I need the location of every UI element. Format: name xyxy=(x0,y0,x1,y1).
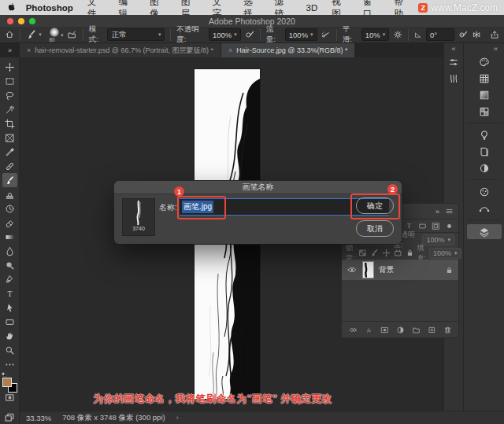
lock-all-icon[interactable] xyxy=(406,249,414,257)
airbrush-icon[interactable] xyxy=(321,29,331,40)
brush-preset-picker[interactable]: 80 ▾ xyxy=(46,27,64,42)
reset-colors-icon[interactable] xyxy=(2,372,7,378)
clone-stamp-tool[interactable] xyxy=(2,187,17,201)
toolbar-collapse-chevrons[interactable]: » xyxy=(0,43,20,57)
cancel-button[interactable]: 取消 xyxy=(356,220,394,237)
foreground-color-swatch[interactable] xyxy=(2,378,12,387)
brush-tool[interactable] xyxy=(2,173,17,187)
frame-tool[interactable] xyxy=(2,131,17,145)
healing-brush-tool[interactable] xyxy=(2,159,17,173)
filter-shape-icon[interactable] xyxy=(418,222,427,230)
brush-settings-panel-button[interactable] xyxy=(446,71,461,86)
screen-mode-button[interactable] xyxy=(2,411,17,424)
layer-opacity-select[interactable]: 100% ▾ xyxy=(422,234,454,245)
flow-value: 100% xyxy=(289,31,308,39)
color-panel-button[interactable] xyxy=(467,54,502,69)
smoothing-select[interactable]: 10% ▾ xyxy=(361,28,390,41)
path-selection-tool[interactable] xyxy=(2,300,17,315)
new-adjustment-button[interactable] xyxy=(396,326,405,334)
layer-visibility-eye-icon[interactable] xyxy=(346,265,358,275)
brush-name-value: 画笔.jpg xyxy=(182,201,213,213)
ok-button[interactable]: 确定 xyxy=(356,197,394,214)
layer-thumbnail[interactable] xyxy=(362,261,374,278)
layer-filter-toggle[interactable] xyxy=(445,222,454,230)
brush-settings-panel-icon[interactable] xyxy=(67,29,76,40)
delete-layer-button[interactable] xyxy=(443,326,452,334)
marquee-tool[interactable] xyxy=(2,74,17,88)
learn-panel-button[interactable] xyxy=(467,127,502,142)
home-icon[interactable] xyxy=(5,29,14,40)
tool-preset-button[interactable]: ▾ xyxy=(26,29,42,40)
dock-collapse-chevrons[interactable]: « xyxy=(464,43,504,54)
tab-hair-removal-starter[interactable]: × hair-removal-starter.psd @ 66.7% (Port… xyxy=(20,43,221,57)
eyedropper-tool[interactable] xyxy=(2,145,17,159)
lock-transparent-icon[interactable] xyxy=(358,249,367,257)
history-brush-tool[interactable] xyxy=(2,201,17,216)
shape-tool[interactable] xyxy=(2,315,17,329)
symmetry-icon[interactable] xyxy=(472,29,481,40)
lasso-tool[interactable] xyxy=(2,88,17,102)
pressure-size-icon[interactable] xyxy=(458,29,468,40)
chevron-down-icon: ▾ xyxy=(61,32,64,39)
styles-panel-button[interactable] xyxy=(467,184,502,199)
adjustments-panel-button[interactable] xyxy=(467,160,502,175)
new-group-button[interactable] xyxy=(412,326,421,334)
menu-item-8[interactable]: 3D xyxy=(299,3,325,13)
layer-style-button[interactable]: fx xyxy=(365,326,373,334)
panel-collapse-chevrons[interactable]: » xyxy=(435,208,439,216)
pressure-opacity-icon[interactable] xyxy=(245,29,254,40)
properties-panel-button[interactable] xyxy=(446,54,461,69)
close-tab-icon[interactable]: × xyxy=(27,46,31,54)
zoom-level-field[interactable]: 33.33% xyxy=(26,414,51,422)
add-mask-button[interactable] xyxy=(380,326,389,334)
dock-collapse-chevrons[interactable]: « xyxy=(444,43,463,54)
flow-select[interactable]: 100% ▾ xyxy=(285,28,317,41)
paths-panel-button[interactable] xyxy=(467,201,502,216)
gear-icon[interactable] xyxy=(393,29,402,40)
name-label: 名称: xyxy=(159,202,177,213)
link-layers-button[interactable] xyxy=(349,326,358,334)
dodge-tool[interactable] xyxy=(2,258,17,272)
apple-menu-icon[interactable] xyxy=(6,2,17,13)
magic-wand-tool[interactable] xyxy=(2,102,17,116)
frame-icon xyxy=(5,133,15,143)
blend-mode-select[interactable]: 正常 ▾ xyxy=(107,28,165,41)
pen-tool[interactable] xyxy=(2,272,17,286)
close-tab-icon[interactable]: × xyxy=(228,46,232,54)
blur-tool[interactable] xyxy=(2,244,17,258)
new-layer-button[interactable] xyxy=(428,326,436,334)
gradients-panel-button[interactable] xyxy=(467,87,502,102)
share-icon[interactable] xyxy=(490,29,499,40)
eraser-tool[interactable] xyxy=(2,216,17,230)
tab-label: Hair-Source.jpg @ 33.3%(RGB/8) * xyxy=(236,46,347,54)
libraries-panel-button[interactable] xyxy=(467,144,502,159)
menu-item-0[interactable]: Photoshop xyxy=(24,3,80,13)
tab-hair-source[interactable]: × Hair-Source.jpg @ 33.3%(RGB/8) * xyxy=(221,43,354,57)
move-tool[interactable] xyxy=(2,60,17,74)
lock-pixels-icon[interactable] xyxy=(370,249,379,257)
brush-angle-field[interactable]: 0° xyxy=(426,28,454,41)
status-chevron-icon[interactable]: › xyxy=(176,414,179,422)
foreground-background-colors[interactable] xyxy=(2,374,17,389)
hand-tool[interactable] xyxy=(2,329,17,343)
gradient-icon xyxy=(5,232,15,242)
layer-fill-select[interactable]: 100% ▾ xyxy=(429,248,461,259)
gradient-tool[interactable] xyxy=(2,230,17,244)
lock-position-icon[interactable] xyxy=(382,249,391,257)
type-tool[interactable]: T xyxy=(2,286,17,300)
swatches-panel-button[interactable] xyxy=(467,71,502,86)
chevron-down-icon: ▾ xyxy=(310,31,313,38)
layers-panel-footer: fx xyxy=(342,321,458,337)
zoom-tool[interactable] xyxy=(2,343,17,357)
annotation-badge-1: 1 xyxy=(174,186,184,197)
lock-artboard-icon[interactable] xyxy=(394,249,402,257)
crop-tool[interactable] xyxy=(2,116,17,131)
layer-row-background[interactable]: 背景 xyxy=(342,260,458,280)
patterns-panel-button[interactable] xyxy=(467,104,502,119)
opacity-select[interactable]: 100% ▾ xyxy=(209,28,241,41)
edit-toolbar-button[interactable] xyxy=(2,357,17,371)
quick-mask-button[interactable] xyxy=(2,392,17,404)
panel-menu-icon[interactable] xyxy=(445,207,454,216)
filter-smart-object-icon[interactable] xyxy=(432,222,440,230)
layers-panel-button[interactable] xyxy=(467,224,502,239)
